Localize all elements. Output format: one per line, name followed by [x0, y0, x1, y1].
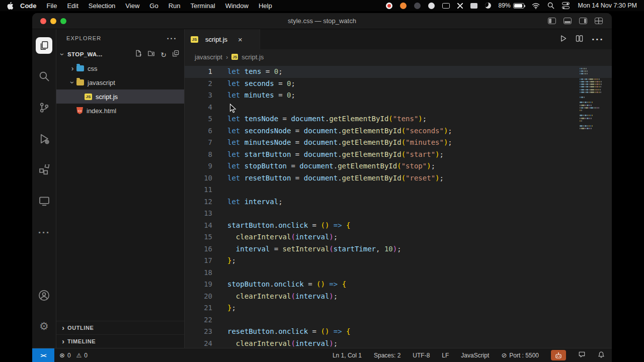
wifi-icon[interactable]	[532, 3, 540, 9]
spotlight-icon[interactable]	[547, 2, 554, 9]
timeline-section[interactable]: TIMELINE	[56, 334, 184, 348]
code-line-18[interactable]: 18	[185, 267, 612, 279]
editor-more-icon[interactable]	[592, 35, 604, 44]
menu-item-view[interactable]: View	[120, 2, 144, 10]
code-line-15[interactable]: 15 clearInterval(interval);	[185, 231, 612, 243]
new-folder-icon[interactable]	[147, 50, 155, 59]
menu-item-edit[interactable]: Edit	[62, 2, 83, 10]
code-line-11[interactable]: 11	[185, 184, 612, 196]
outline-section[interactable]: OUTLINE	[56, 321, 184, 334]
language-mode[interactable]: JavaScript	[461, 352, 489, 359]
bell-icon[interactable]	[598, 351, 605, 360]
split-editor-icon[interactable]	[576, 35, 583, 44]
breadcrumb[interactable]: javascript script.js	[185, 49, 612, 64]
menu-item-help[interactable]: Help	[254, 2, 277, 10]
explorer-more-actions-icon[interactable]	[167, 35, 177, 42]
code-line-22[interactable]: 22	[185, 314, 612, 326]
account-icon[interactable]	[32, 283, 56, 308]
code-line-3[interactable]: 3let minutes = 0;	[185, 89, 612, 102]
menu-item-file[interactable]: File	[42, 2, 62, 10]
code-line-13[interactable]: 13	[185, 208, 612, 220]
encoding[interactable]: UTF-8	[413, 352, 430, 359]
minimize-button[interactable]	[50, 18, 56, 24]
editor-actions	[559, 29, 612, 49]
code-line-23[interactable]: 23resetButton.onclick = () => {	[185, 326, 612, 338]
code-line-10[interactable]: 10let resetButton = document.getElementB…	[185, 172, 612, 185]
toggle-secondary-sidebar-icon[interactable]	[579, 18, 587, 24]
code-line-12[interactable]: 12let interval;	[185, 196, 612, 208]
code-line-14[interactable]: 14startButton.onclick = () => {	[185, 220, 612, 232]
tab-scriptjs[interactable]: script.js ×	[185, 29, 260, 49]
code-line-9[interactable]: 9let stopButton = document.getElementByI…	[185, 160, 612, 172]
toggle-sidebar-icon[interactable]	[548, 18, 556, 24]
control-center-icon[interactable]	[562, 2, 570, 9]
menu-item-window[interactable]: Window	[220, 2, 254, 10]
eol-sequence[interactable]: LF	[442, 352, 449, 359]
refresh-icon[interactable]	[160, 50, 167, 59]
code-line-24[interactable]: 24 clearInterval(interval);	[185, 338, 612, 348]
code-line-20[interactable]: 20 clearInterval(interval);	[185, 291, 612, 303]
code-line-6[interactable]: 6let secondsNode = document.getElementBy…	[185, 125, 612, 137]
breadcrumb-file[interactable]: script.js	[242, 53, 264, 61]
indentation[interactable]: Spaces: 2	[374, 352, 400, 359]
live-preview-icon[interactable]	[32, 189, 56, 214]
collapse-all-icon[interactable]	[172, 50, 179, 59]
code-line-17[interactable]: 17};	[185, 255, 612, 267]
tree-item-css[interactable]: css	[56, 61, 184, 75]
problems-indicator[interactable]: 0 0	[54, 351, 88, 359]
menu-item-selection[interactable]: Selection	[84, 2, 120, 10]
breadcrumb-folder[interactable]: javascript	[195, 53, 222, 61]
code-line-8[interactable]: 8let startButton = document.getElementBy…	[185, 149, 612, 161]
display-icon[interactable]	[442, 3, 450, 9]
tab-close-icon[interactable]: ×	[238, 35, 243, 44]
remote-indicator[interactable]	[32, 348, 54, 362]
menu-item-run[interactable]: Run	[164, 2, 186, 10]
cursor-position[interactable]: Ln 1, Col 1	[333, 352, 362, 359]
search-icon[interactable]	[32, 64, 56, 89]
explorer-icon[interactable]	[32, 33, 56, 58]
apple-logo-icon[interactable]	[7, 2, 13, 10]
zoom-button[interactable]	[60, 18, 66, 24]
code-line-2[interactable]: 2let seconds = 0;	[185, 78, 612, 90]
run-debug-icon[interactable]	[32, 126, 56, 151]
menu-item-code[interactable]: Code	[15, 2, 42, 10]
run-button[interactable]	[559, 35, 567, 44]
app-icon[interactable]	[414, 3, 421, 9]
live-server-port[interactable]: Port : 5500	[501, 351, 539, 359]
tree-item-javascript[interactable]: javascript	[56, 75, 184, 89]
tree-item-index.html[interactable]: index.html	[56, 104, 184, 118]
code-line-19[interactable]: 19stopButton.onclick = () => {	[185, 279, 612, 291]
tree-item-script.js[interactable]: script.js	[56, 89, 184, 104]
close-button[interactable]	[40, 18, 46, 24]
chat-icon[interactable]	[428, 3, 435, 9]
toggle-panel-icon[interactable]	[564, 18, 572, 24]
settings-gear-icon[interactable]: ⚙	[32, 314, 56, 339]
extensions-icon[interactable]	[32, 157, 56, 183]
project-row[interactable]: STOP_WA...	[56, 47, 184, 61]
window-titlebar[interactable]: style.css — stop_watch	[32, 13, 612, 29]
robot-extension-button[interactable]	[551, 350, 566, 360]
menu-item-go[interactable]: Go	[144, 2, 163, 10]
source-control-icon[interactable]	[32, 95, 56, 120]
battery-indicator[interactable]: 89%	[499, 2, 524, 9]
code-line-1[interactable]: 1let tens = 0;	[185, 66, 612, 78]
more-actions-icon[interactable]	[32, 220, 56, 245]
menubar-clock[interactable]: Mon 14 Nov 7:30 PM	[578, 2, 637, 9]
menu-item-terminal[interactable]: Terminal	[186, 2, 220, 10]
new-file-icon[interactable]	[135, 50, 142, 59]
code-line-7[interactable]: 7let minutesNode = document.getElementBy…	[185, 137, 612, 149]
browser-icon[interactable]	[400, 3, 407, 9]
card-icon[interactable]	[470, 3, 477, 9]
feedback-icon[interactable]	[578, 351, 586, 359]
customize-layout-icon[interactable]	[595, 18, 603, 24]
code-line-16[interactable]: 16 interval = setInterval(startTimer, 10…	[185, 243, 612, 255]
code-line-5[interactable]: 5let tensNode = document.getElementById(…	[185, 113, 612, 125]
code-line-21[interactable]: 21};	[185, 302, 612, 314]
minimap[interactable]	[580, 68, 605, 131]
record-icon[interactable]	[386, 3, 392, 9]
screen-share-icon[interactable]	[457, 3, 463, 9]
moon-icon[interactable]	[485, 3, 491, 9]
menu-items: CodeFileEditSelectionViewGoRunTerminalWi…	[15, 2, 277, 10]
code-area[interactable]: 1let tens = 0;2let seconds = 0;3let minu…	[185, 64, 612, 348]
code-line-4[interactable]: 4	[185, 102, 612, 114]
